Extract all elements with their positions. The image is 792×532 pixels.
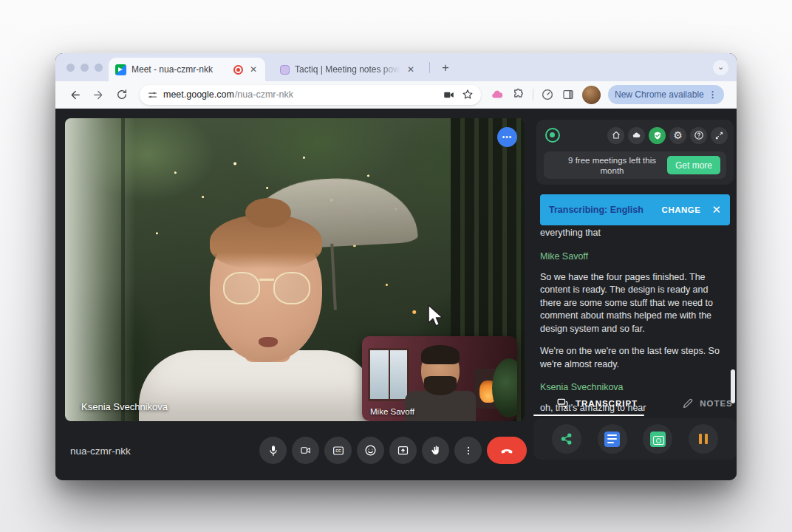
tactiq-logo-icon — [545, 128, 560, 143]
close-tab-icon[interactable]: ✕ — [406, 64, 416, 75]
active-tab-underline — [533, 415, 644, 416]
tab-separator — [429, 62, 430, 73]
toolbar-extensions: New Chrome available ⋮ — [490, 85, 724, 104]
browser-toolbar: meet.google.com /nua-czmr-nkk New Chrome… — [55, 81, 737, 109]
notes-tab-label: NOTES — [700, 399, 733, 408]
participant-glasses — [223, 272, 310, 307]
circle-badge-icon[interactable] — [541, 88, 554, 101]
transcript-text: So we have the four pages finished. The … — [540, 271, 726, 336]
transcribing-banner: Transcribing: English CHANGE ✕ — [540, 194, 730, 225]
side-panel-icon[interactable] — [561, 89, 575, 100]
pip-participant-hair — [421, 345, 460, 364]
tactiq-action-bar — [533, 418, 737, 460]
transcribing-label: Transcribing: English — [549, 205, 662, 215]
pip-video-tile[interactable]: Mike Savoff — [362, 336, 517, 421]
captions-button[interactable]: CC — [324, 437, 352, 464]
pip-plant — [492, 358, 517, 417]
transcript-speaker: Ksenia Svechnikova — [540, 382, 726, 392]
meeting-code-label: nua-czmr-nkk — [70, 446, 131, 457]
get-more-button[interactable]: Get more — [667, 156, 720, 174]
screenshot-button[interactable] — [643, 424, 672, 454]
pencil-icon — [682, 398, 694, 409]
profile-avatar[interactable] — [582, 86, 601, 104]
quota-text: 9 free meetings left this month — [563, 155, 667, 176]
site-settings-icon[interactable] — [147, 89, 158, 100]
pause-icon — [699, 434, 708, 444]
extensions-puzzle-icon[interactable] — [512, 88, 525, 101]
transcript-text: everything that — [540, 227, 726, 240]
screenshot-camera-icon — [650, 432, 666, 447]
help-icon[interactable] — [690, 127, 707, 144]
share-button[interactable] — [552, 424, 581, 454]
pip-participant-beard — [424, 376, 457, 395]
participant-hair-bun — [245, 198, 291, 228]
camera-in-use-icon[interactable] — [443, 89, 455, 100]
export-to-docs-button[interactable] — [598, 424, 627, 454]
end-call-button[interactable] — [487, 437, 527, 464]
raise-hand-button[interactable] — [422, 437, 449, 464]
participant-mouth — [259, 337, 278, 347]
quota-banner: 9 free meetings left this month Get more — [544, 151, 726, 179]
close-tab-icon[interactable]: ✕ — [248, 64, 259, 75]
close-window-button[interactable] — [66, 64, 75, 72]
recording-indicator-icon — [233, 65, 243, 75]
window-controls[interactable] — [66, 64, 103, 72]
tab-meet[interactable]: Meet - nua-czmr-nkk ✕ — [109, 58, 265, 81]
browser-window: Meet - nua-czmr-nkk ✕ Tactiq | Meeting n… — [55, 53, 737, 480]
more-options-button[interactable] — [454, 437, 482, 464]
tab-tactiq[interactable]: Tactiq | Meeting notes power ✕ — [274, 58, 422, 81]
collapse-panel-icon[interactable] — [711, 127, 728, 144]
pip-name-label: Mike Savoff — [370, 407, 414, 416]
tab-strip: Meet - nua-czmr-nkk ✕ Tactiq | Meeting n… — [55, 53, 737, 81]
tactiq-header-panel: ⚙ 9 free meetings left this month Get mo… — [536, 120, 734, 185]
present-screen-button[interactable] — [389, 437, 417, 464]
transcript-tab-label: TRANSCRIPT — [576, 399, 638, 408]
mouse-cursor — [427, 304, 446, 331]
reload-button[interactable] — [112, 85, 132, 104]
chrome-update-label: New Chrome available — [615, 89, 704, 100]
minimize-window-button[interactable] — [81, 64, 89, 72]
meet-stage: ••• Ksenia Svechnikova Mike Savoff nua-c… — [55, 109, 737, 480]
url-host: meet.google.com — [163, 89, 234, 100]
bookmark-star-icon[interactable] — [462, 89, 474, 100]
reactions-button[interactable] — [357, 437, 384, 464]
close-banner-icon[interactable]: ✕ — [711, 203, 721, 216]
camera-button[interactable] — [292, 437, 319, 464]
pip-participant-body — [405, 391, 476, 421]
toolbar-separator — [533, 89, 533, 100]
tab-notes[interactable]: NOTES — [682, 398, 733, 409]
main-video-tile[interactable]: ••• Ksenia Svechnikova Mike Savoff — [65, 118, 525, 421]
tactiq-tab-icon — [280, 65, 290, 75]
shield-check-icon[interactable] — [649, 127, 666, 144]
pause-transcription-button[interactable] — [689, 424, 718, 454]
svg-text:CC: CC — [335, 449, 341, 453]
microphone-button[interactable] — [259, 437, 287, 464]
tactiq-extension-icon[interactable] — [490, 88, 505, 101]
chrome-update-button[interactable]: New Chrome available ⋮ — [608, 85, 724, 104]
new-tab-button[interactable]: + — [437, 59, 454, 77]
meet-control-bar: CC — [259, 437, 527, 464]
pip-window — [368, 348, 409, 401]
transcript-text: We're on the we're on the last few steps… — [540, 345, 726, 371]
change-language-button[interactable]: CHANGE — [662, 205, 701, 214]
google-docs-icon — [604, 432, 620, 447]
tab-title: Tactiq | Meeting notes power — [295, 64, 400, 75]
settings-gear-icon[interactable]: ⚙ — [669, 127, 686, 144]
tab-transcript[interactable]: TRANSCRIPT — [556, 398, 638, 409]
address-bar[interactable]: meet.google.com /nua-czmr-nkk — [140, 85, 481, 105]
share-nodes-icon — [560, 432, 573, 446]
tab-search-chevron-icon[interactable]: ⌄ — [713, 60, 728, 75]
back-button[interactable] — [65, 85, 84, 104]
tactiq-sidebar: ⚙ 9 free meetings left this month Get mo… — [533, 109, 737, 480]
transcript-speaker: Mike Savoff — [540, 251, 726, 262]
chat-bubbles-icon — [556, 398, 570, 409]
tab-title: Meet - nua-czmr-nkk — [132, 64, 228, 75]
cloud-icon[interactable] — [628, 127, 645, 144]
chat-notification-badge[interactable]: ••• — [497, 127, 517, 147]
browser-menu-icon[interactable]: ⋮ — [709, 89, 717, 100]
home-icon[interactable] — [607, 127, 624, 144]
zoom-window-button[interactable] — [95, 64, 103, 72]
forward-button[interactable] — [89, 85, 108, 104]
url-path: /nua-czmr-nkk — [235, 89, 293, 100]
desktop-background: Meet - nua-czmr-nkk ✕ Tactiq | Meeting n… — [0, 0, 792, 532]
